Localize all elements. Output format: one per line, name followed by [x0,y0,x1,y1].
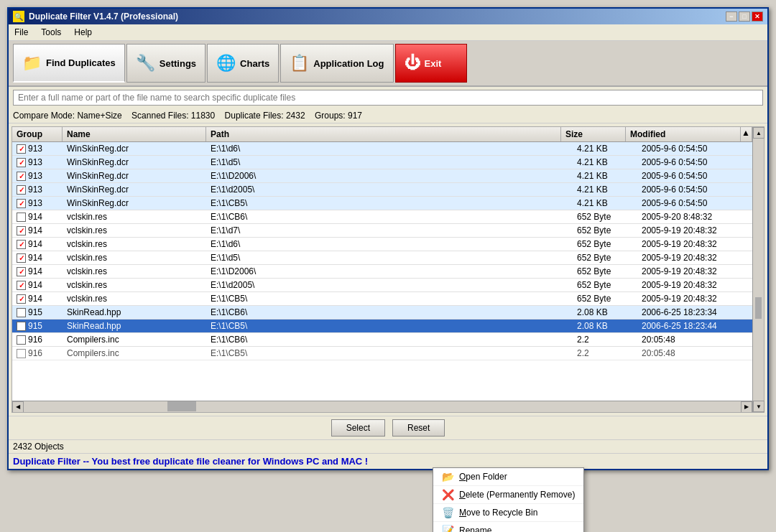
scroll-thumb-vertical[interactable] [755,297,762,319]
charts-label: Charts [240,58,269,69]
table-row[interactable]: 916 Compilers.inc E:\1\CB6\ 2.2 20:05:48 [12,333,752,347]
open-folder-icon: 📂 [442,471,453,482]
table-row[interactable]: 913 WinSkinReg.dcr E:\1\d6\ 4.21 KB 2005… [12,142,752,156]
col-modified[interactable]: Modified [626,127,741,141]
row-checkbox[interactable] [17,213,26,222]
scroll-track-vertical[interactable] [753,139,764,401]
cell-group: 914 [12,224,63,237]
row-checkbox[interactable] [17,199,26,208]
file-table: Group Name Path Size Modified ▲ 913 WinS… [11,126,765,413]
table-row[interactable]: 916 Compilers.inc E:\1\CB5\ 2.2 20:05:48 [12,347,752,360]
maximize-button[interactable]: □ [739,11,750,22]
horizontal-scrollbar[interactable]: ◀ ▶ [12,401,752,412]
context-delete[interactable]: ❌ Delete (Permanently Remove) [433,486,583,504]
context-move-recycle[interactable]: 🗑️ Move to Recycle Bin [433,504,583,522]
exit-button[interactable]: ⏻ Exit [395,44,467,83]
cell-modified: 20:05:48 [637,347,752,360]
cell-name: SkinRead.hpp [63,319,206,332]
search-input[interactable] [13,90,763,106]
context-open-folder[interactable]: 📂 Open Folder [433,468,583,486]
cell-group: 914 [12,279,63,291]
row-checkbox[interactable] [17,267,26,276]
col-size[interactable]: Size [561,127,626,141]
menu-file[interactable]: File [11,26,31,39]
row-checkbox[interactable] [17,158,26,167]
scanned-value: 11830 [191,111,215,121]
row-checkbox[interactable] [17,335,26,345]
col-scroll-up[interactable]: ▲ [741,127,752,141]
table-row[interactable]: 914 vclskin.res E:\1\CB5\ 652 Byte 2005-… [12,292,752,306]
select-button[interactable]: Select [331,419,385,437]
row-checkbox[interactable] [17,185,26,195]
row-checkbox[interactable] [17,172,26,181]
settings-button[interactable]: 🔧 Settings [126,44,205,83]
duplicate-value: 2432 [286,111,305,121]
cell-path: E:\1\CB6\ [206,306,573,319]
table-row[interactable]: 914 vclskin.res E:\1\d6\ 652 Byte 2005-9… [12,238,752,251]
table-row[interactable]: 913 WinSkinReg.dcr E:\1\d5\ 4.21 KB 2005… [12,156,752,169]
table-row[interactable]: 914 vclskin.res E:\1\D2006\ 652 Byte 200… [12,265,752,279]
table-row[interactable]: 913 WinSkinReg.dcr E:\1\d2005\ 4.21 KB 2… [12,183,752,197]
row-checkbox[interactable] [17,226,26,235]
context-rename[interactable]: 📝 Rename [433,522,583,532]
find-duplicates-button[interactable]: 📁 Find Duplicates [13,44,125,83]
cell-path: E:\1\D2006\ [206,169,573,182]
minimize-button[interactable]: − [726,11,737,22]
scroll-up-button[interactable]: ▲ [753,127,765,139]
close-button[interactable]: ✕ [752,11,763,22]
cell-group: 913 [12,183,63,196]
table-with-scroll: Group Name Path Size Modified ▲ 913 WinS… [12,127,764,412]
toolbar: 📁 Find Duplicates 🔧 Settings 🌐 Charts 📋 … [9,41,767,87]
main-window: 🔍 Duplicate Filter V1.4.7 (Professional)… [7,7,769,470]
search-bar [9,87,767,108]
menu-tools[interactable]: Tools [38,26,64,39]
vertical-scrollbar[interactable]: ▲ ▼ [752,127,764,412]
scroll-track[interactable] [24,401,741,412]
cell-modified: 2005-9-19 20:48:32 [637,251,752,264]
row-checkbox[interactable] [17,281,26,290]
table-row[interactable]: 914 vclskin.res E:\1\d5\ 652 Byte 2005-9… [12,251,752,265]
col-name[interactable]: Name [63,127,206,141]
row-checkbox[interactable] [17,253,26,263]
row-checkbox[interactable] [17,308,26,317]
table-row[interactable]: 914 vclskin.res E:\1\d7\ 652 Byte 2005-9… [12,224,752,238]
table-row[interactable]: 914 vclskin.res E:\1\d2005\ 652 Byte 200… [12,279,752,292]
scanned-label: Scanned Files: [131,111,188,121]
table-row[interactable]: 913 WinSkinReg.dcr E:\1\CB5\ 4.21 KB 200… [12,197,752,210]
table-row[interactable]: 914 vclskin.res E:\1\CB6\ 652 Byte 2005-… [12,210,752,224]
cell-name: Compilers.inc [63,333,206,346]
row-checkbox[interactable] [17,322,26,331]
cell-path: E:\1\d5\ [206,156,573,169]
cell-group: 915 [12,306,63,319]
cell-group: 916 [12,333,63,346]
cell-modified: 2005-9-19 20:48:32 [637,265,752,278]
application-log-button[interactable]: 📋 Application Log [280,44,393,83]
reset-button[interactable]: Reset [392,419,445,437]
application-log-label: Application Log [313,58,384,69]
col-path[interactable]: Path [206,127,561,141]
scroll-down-button[interactable]: ▼ [753,401,765,412]
context-move-recycle-label: Move to Recycle Bin [459,508,537,518]
rename-icon: 📝 [442,525,453,532]
application-log-icon: 📋 [290,54,309,73]
menu-help[interactable]: Help [71,26,95,39]
table-row[interactable]: 915 SkinRead.hpp E:\1\CB5\ 2.08 KB 2006-… [12,319,752,333]
charts-button[interactable]: 🌐 Charts [207,44,279,83]
cell-path: E:\1\D2006\ [206,265,573,278]
table-row[interactable]: 913 WinSkinReg.dcr E:\1\D2006\ 4.21 KB 2… [12,169,752,183]
scroll-thumb[interactable] [167,401,196,411]
row-checkbox[interactable] [17,240,26,249]
row-checkbox[interactable] [17,349,26,358]
row-checkbox[interactable] [17,144,26,154]
cell-path: E:\1\CB6\ [206,210,573,223]
scroll-left-button[interactable]: ◀ [12,401,24,413]
cell-modified: 20:05:48 [637,333,752,346]
cell-group: 914 [12,265,63,278]
find-duplicates-icon: 📁 [22,54,42,73]
cell-group: 916 [12,347,63,360]
table-row[interactable]: 915 SkinRead.hpp E:\1\CB6\ 2.08 KB 2006-… [12,306,752,319]
scroll-right-button[interactable]: ▶ [741,401,752,413]
row-checkbox[interactable] [17,294,26,304]
col-group[interactable]: Group [12,127,63,141]
cell-modified: 2006-6-25 18:23:44 [637,319,752,332]
